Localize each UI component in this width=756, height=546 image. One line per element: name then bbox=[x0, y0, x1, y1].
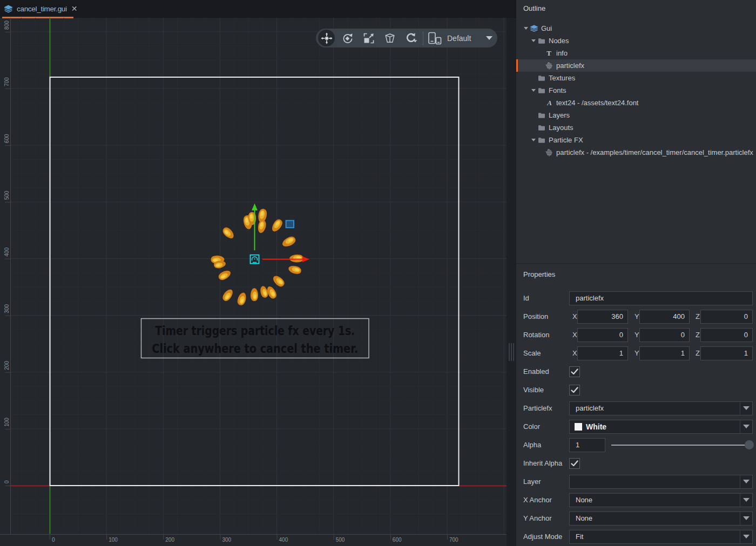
scale-handle-square[interactable] bbox=[286, 221, 294, 228]
gui-bounds-rect bbox=[50, 77, 459, 486]
property-label: Adjust Mode bbox=[523, 530, 562, 544]
visible-checkbox[interactable] bbox=[569, 385, 580, 395]
position-x-input[interactable]: 360 bbox=[577, 310, 628, 324]
frustum-tool-button[interactable] bbox=[379, 29, 400, 47]
y-anchor-dropdown[interactable]: None bbox=[569, 511, 753, 525]
outline-item-label: Particle FX bbox=[549, 136, 583, 144]
tree-expander-icon[interactable] bbox=[530, 35, 536, 47]
property-row-color: ColorWhite bbox=[516, 420, 756, 434]
x-anchor-dropdown[interactable]: None bbox=[569, 493, 753, 507]
particle bbox=[271, 274, 286, 289]
properties-header: Properties bbox=[523, 270, 555, 278]
layout-selector-value[interactable]: Default bbox=[447, 34, 471, 43]
rotation-z-input[interactable]: 0 bbox=[700, 328, 753, 342]
color-dropdown[interactable]: White bbox=[569, 420, 753, 434]
outline-row-particle[interactable]: Particle FX bbox=[516, 134, 756, 146]
ruler-label-h: 0 bbox=[52, 537, 55, 543]
folder-icon bbox=[537, 35, 546, 47]
inherit-alpha-checkbox[interactable] bbox=[569, 458, 580, 469]
orbit-camera-button[interactable] bbox=[400, 29, 421, 47]
move-tool-button[interactable] bbox=[316, 29, 337, 47]
property-row-alpha: Alpha1 bbox=[516, 438, 756, 452]
folder-icon bbox=[537, 121, 546, 134]
property-row-visible: Visible bbox=[516, 383, 756, 397]
alpha-slider-thumb[interactable] bbox=[745, 440, 754, 449]
splitter-grip-icon bbox=[509, 343, 514, 361]
panel-splitter[interactable] bbox=[507, 18, 516, 546]
outline-row-particlefx[interactable]: particlefx bbox=[516, 59, 756, 72]
outline-item-label: info bbox=[556, 49, 568, 57]
outline-header: Outline bbox=[523, 4, 545, 12]
ruler-label-h: 600 bbox=[393, 537, 402, 543]
scale-x-input[interactable]: 1 bbox=[577, 346, 628, 360]
property-label: Enabled bbox=[523, 365, 549, 379]
property-row-rotation: RotationX0Y0Z0 bbox=[516, 328, 756, 342]
panel-divider[interactable] bbox=[516, 263, 756, 264]
property-row-adjust-mode: Adjust ModeFit bbox=[516, 530, 756, 544]
scene-toolbar: Default bbox=[316, 29, 497, 47]
gui-icon bbox=[529, 22, 538, 35]
axis-label-y: Y bbox=[634, 328, 639, 342]
dropdown-arrow-box bbox=[740, 512, 752, 525]
tree-expander-icon[interactable] bbox=[523, 22, 529, 35]
outline-row-particlefx[interactable]: particlefx - /examples/timer/cancel_time… bbox=[516, 146, 756, 159]
property-label: Y Anchor bbox=[523, 511, 552, 525]
alpha-slider-track[interactable] bbox=[611, 445, 752, 446]
dropdown-value: None bbox=[576, 494, 592, 507]
scale-tool-button[interactable] bbox=[358, 29, 379, 47]
property-label: Layer bbox=[523, 475, 541, 489]
gizmo-x-arrowhead[interactable] bbox=[302, 256, 309, 262]
outline-row-info[interactable]: Tinfo bbox=[516, 47, 756, 59]
position-y-input[interactable]: 400 bbox=[639, 310, 690, 324]
tab-close-icon[interactable]: ✕ bbox=[71, 4, 78, 13]
axis-label-x: X bbox=[572, 310, 577, 324]
scene-editor-canvas[interactable]: Timer triggers particle fx every 1s.Clic… bbox=[0, 18, 507, 546]
ruler-label-h: 500 bbox=[336, 537, 345, 543]
rotate-tool-button[interactable] bbox=[337, 29, 358, 47]
dropdown-arrow-icon bbox=[743, 498, 750, 502]
tree-expander-icon[interactable] bbox=[530, 84, 536, 97]
scale-y-input[interactable]: 1 bbox=[639, 346, 690, 360]
particle bbox=[217, 269, 232, 282]
layer-dropdown[interactable] bbox=[569, 475, 753, 489]
scale-z-input[interactable]: 1 bbox=[700, 346, 753, 360]
outline-row-nodes[interactable]: Nodes bbox=[516, 35, 756, 47]
layout-selector-caret-icon[interactable] bbox=[486, 36, 492, 40]
scene-svg: Timer triggers particle fx every 1s.Clic… bbox=[0, 18, 507, 546]
gizmo-y-arrowhead[interactable] bbox=[252, 203, 258, 210]
particlefx-dropdown[interactable]: particlefx bbox=[569, 401, 753, 415]
adjust-mode-dropdown[interactable]: Fit bbox=[569, 530, 753, 544]
defold-editor-window: cancel_timer.gui ✕ Timer triggers partic… bbox=[0, 0, 756, 546]
outline-row-layers[interactable]: Layers bbox=[516, 109, 756, 121]
dropdown-arrow-box bbox=[740, 475, 752, 488]
outline-row-text24[interactable]: Atext24 - /assets/text24.font bbox=[516, 97, 756, 109]
ruler-label-v: 200 bbox=[4, 361, 10, 370]
ruler-label-v: 500 bbox=[4, 190, 10, 200]
axis-label-z: Z bbox=[696, 310, 700, 324]
rotation-y-input[interactable]: 0 bbox=[639, 328, 690, 342]
gui-file-icon bbox=[3, 5, 14, 13]
tab-cancel-timer-gui[interactable]: cancel_timer.gui ✕ bbox=[0, 0, 78, 18]
tree-expander-icon[interactable] bbox=[530, 134, 536, 146]
outline-row-gui[interactable]: Gui bbox=[516, 22, 756, 35]
tree-expander-empty bbox=[538, 97, 544, 109]
particlefx-icon bbox=[544, 59, 554, 72]
property-label: Visible bbox=[523, 383, 544, 397]
outline-item-label: Layers bbox=[549, 111, 570, 119]
rotation-x-input[interactable]: 0 bbox=[577, 328, 628, 342]
axis-label-z: Z bbox=[696, 328, 700, 342]
toolbar-separator bbox=[423, 31, 423, 45]
alpha-input[interactable]: 1 bbox=[569, 438, 605, 452]
position-z-input[interactable]: 0 bbox=[700, 310, 753, 324]
outline-row-textures[interactable]: Textures bbox=[516, 72, 756, 84]
id-input[interactable]: particlefx bbox=[569, 291, 753, 305]
outline-row-fonts[interactable]: Fonts bbox=[516, 84, 756, 97]
tree-expander-empty bbox=[538, 146, 544, 159]
outline-row-layouts[interactable]: Layouts bbox=[516, 121, 756, 134]
dropdown-arrow-icon bbox=[743, 516, 750, 520]
enabled-checkbox[interactable] bbox=[569, 366, 580, 377]
property-row-inherit-alpha: Inherit Alpha bbox=[516, 456, 756, 470]
checkmark-icon bbox=[570, 460, 579, 467]
move-tool-icon bbox=[320, 32, 333, 45]
checkmark-icon bbox=[570, 386, 579, 394]
